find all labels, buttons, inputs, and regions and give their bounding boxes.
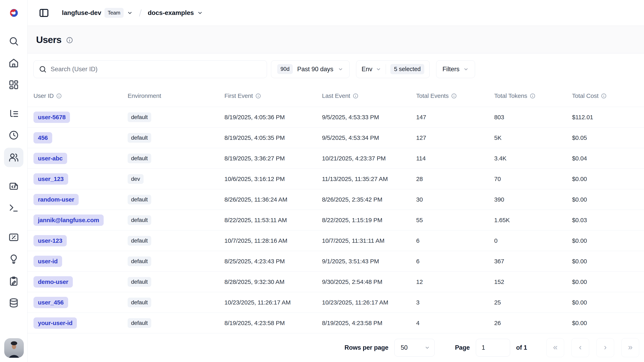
filters-button[interactable]: Filters <box>436 60 475 78</box>
total-events-cell: 6 <box>416 237 494 244</box>
info-icon[interactable] <box>601 93 607 99</box>
first-event-cell: 8/19/2025, 4:23:58 PM <box>224 320 322 326</box>
table-row[interactable]: user-id default 8/25/2025, 4:23:43 PM 9/… <box>28 251 644 272</box>
table-row[interactable]: your-user-id default 8/19/2025, 4:23:58 … <box>28 313 644 333</box>
column-header-label: User ID <box>34 92 54 99</box>
sidebar-search-icon[interactable] <box>4 32 24 51</box>
info-icon[interactable] <box>530 93 536 99</box>
table-row[interactable]: 456 default 8/19/2025, 4:05:35 PM 9/5/20… <box>28 128 644 148</box>
column-header-user_id[interactable]: User ID <box>34 92 128 99</box>
column-header-total_tokens[interactable]: Total Tokens <box>494 92 572 99</box>
org-breadcrumb[interactable]: langfuse-dev Team <box>62 8 133 18</box>
last-event-cell: 9/5/2025, 4:53:33 PM <box>322 114 416 121</box>
chevrons-left-icon: « <box>553 343 558 351</box>
page-number-input[interactable] <box>476 339 510 356</box>
table-row[interactable]: user-123 default 10/7/2025, 11:28:16 AM … <box>28 230 644 251</box>
user-id-badge[interactable]: user-id <box>34 256 62 267</box>
last-event-cell: 8/22/2025, 1:15:19 PM <box>322 217 416 224</box>
search-input[interactable] <box>50 66 262 73</box>
sidebar-annotation-icon[interactable] <box>4 272 24 291</box>
sidebar-lightbulb-icon[interactable] <box>4 249 24 269</box>
first-event-cell: 8/25/2025, 4:23:43 PM <box>224 258 322 265</box>
sidebar-home-icon[interactable] <box>4 53 24 73</box>
user-id-badge[interactable]: jannik@langfuse.com <box>34 214 104 226</box>
column-header-environment[interactable]: Environment <box>128 92 224 99</box>
environment-badge: default <box>128 318 151 328</box>
first-event-cell: 8/26/2025, 11:36:24 AM <box>224 196 322 203</box>
first-page-button[interactable]: « <box>546 338 564 357</box>
first-event-cell: 10/6/2025, 3:16:12 PM <box>224 176 322 182</box>
info-icon[interactable] <box>353 93 358 99</box>
user-id-badge[interactable]: user_123 <box>34 173 68 185</box>
rows-per-page-select[interactable]: 50 <box>394 339 435 356</box>
sidebar-datasets-icon[interactable] <box>4 293 24 312</box>
table-row[interactable]: user-5678 default 8/19/2025, 4:05:36 PM … <box>28 107 644 128</box>
user-avatar[interactable] <box>4 338 24 358</box>
column-header-total_events[interactable]: Total Events <box>416 92 494 99</box>
filter-bar: 90d Past 90 days Env 5 selected Filters <box>28 54 644 85</box>
table-header-row: User IDEnvironmentFirst EventLast EventT… <box>28 85 644 107</box>
user-id-badge[interactable]: random-user <box>34 194 79 205</box>
first-event-cell: 10/7/2025, 11:28:16 AM <box>224 237 322 244</box>
first-event-cell: 8/19/2025, 4:05:35 PM <box>224 134 322 141</box>
sidebar-users-icon[interactable] <box>4 148 24 167</box>
table-row[interactable]: user-abc default 8/19/2025, 3:36:27 PM 1… <box>28 148 644 169</box>
first-event-cell: 8/28/2025, 9:32:30 AM <box>224 278 322 285</box>
chevron-down-icon <box>338 66 343 72</box>
total-cost-cell: $0.00 <box>572 299 644 306</box>
column-header-total_cost[interactable]: Total Cost <box>572 92 644 99</box>
table-row[interactable]: user_123 dev 10/6/2025, 3:16:12 PM 11/13… <box>28 169 644 189</box>
user-id-badge[interactable]: 456 <box>34 132 52 143</box>
sidebar-prompts-icon[interactable] <box>4 177 24 196</box>
environment-badge: default <box>128 133 151 143</box>
info-icon[interactable] <box>255 93 261 99</box>
page-count-label: of 1 <box>516 344 527 351</box>
environment-badge: default <box>128 154 151 163</box>
last-event-cell: 11/13/2025, 11:35:27 AM <box>322 176 416 182</box>
info-icon[interactable] <box>451 93 457 99</box>
table-row[interactable]: demo-user default 8/28/2025, 9:32:30 AM … <box>28 272 644 292</box>
total-events-cell: 3 <box>416 299 494 306</box>
column-header-label: Last Event <box>322 92 350 99</box>
langfuse-logo-icon[interactable] <box>6 5 22 21</box>
sidebar <box>0 0 28 362</box>
environment-filter-button[interactable]: Env 5 selected <box>356 60 430 78</box>
users-table: User IDEnvironmentFirst EventLast EventT… <box>28 85 644 333</box>
sidebar-sessions-icon[interactable] <box>4 126 24 145</box>
project-breadcrumb[interactable]: docs-examples <box>148 9 203 17</box>
sidebar-evals-icon[interactable] <box>4 228 24 247</box>
date-range-button[interactable]: 90d Past 90 days <box>271 60 350 78</box>
table-row[interactable]: jannik@langfuse.com default 8/22/2025, 1… <box>28 210 644 230</box>
environment-badge: dev <box>128 174 144 184</box>
total-events-cell: 114 <box>416 155 494 162</box>
chevrons-right-icon: » <box>628 343 632 351</box>
next-page-button[interactable]: › <box>596 338 614 357</box>
column-header-label: Environment <box>128 92 161 99</box>
user-id-badge[interactable]: user-5678 <box>34 112 70 123</box>
sidebar-playground-icon[interactable] <box>4 198 24 218</box>
sidebar-toggle-icon[interactable] <box>38 7 50 19</box>
sidebar-dashboards-icon[interactable] <box>4 75 24 94</box>
last-page-button[interactable]: » <box>622 338 639 357</box>
page-title: Users <box>36 34 62 45</box>
info-icon[interactable] <box>66 37 73 44</box>
user-id-badge[interactable]: your-user-id <box>34 317 77 329</box>
user-id-badge[interactable]: user-123 <box>34 235 67 246</box>
user-id-badge[interactable]: user-abc <box>34 153 67 164</box>
column-header-first_event[interactable]: First Event <box>224 92 322 99</box>
total-cost-cell: $0.00 <box>572 176 644 182</box>
total-tokens-cell: 0 <box>494 237 572 244</box>
table-row[interactable]: user_456 default 10/23/2025, 11:26:17 AM… <box>28 292 644 313</box>
org-name: langfuse-dev <box>62 9 101 17</box>
user-id-badge[interactable]: user_456 <box>34 297 68 308</box>
date-range-badge: 90d <box>277 64 293 74</box>
user-id-badge[interactable]: demo-user <box>34 276 73 287</box>
total-events-cell: 30 <box>416 196 494 203</box>
previous-page-button[interactable]: ‹ <box>572 338 589 357</box>
main-content: langfuse-dev Team docs-examples Users 90… <box>28 0 644 362</box>
column-header-last_event[interactable]: Last Event <box>322 92 416 99</box>
total-tokens-cell: 152 <box>494 278 572 285</box>
table-row[interactable]: random-user default 8/26/2025, 11:36:24 … <box>28 189 644 210</box>
sidebar-tracing-icon[interactable] <box>4 104 24 124</box>
info-icon[interactable] <box>56 93 62 99</box>
